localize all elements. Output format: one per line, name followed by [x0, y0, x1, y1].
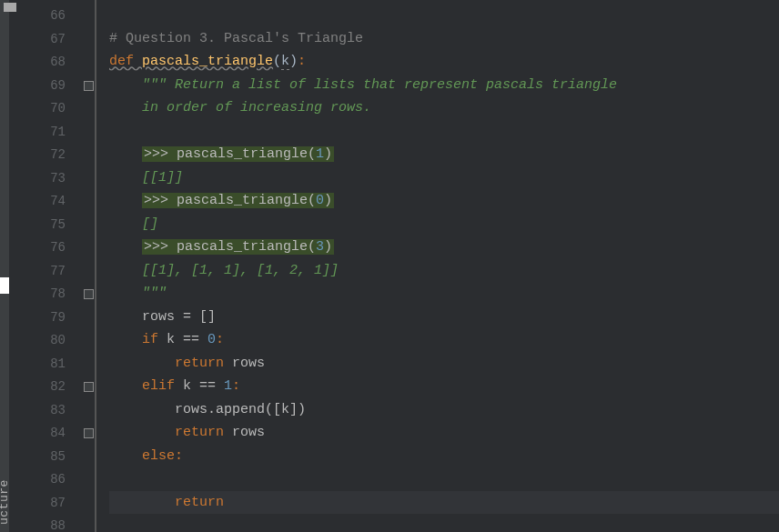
gutter-line-number[interactable]: 66	[24, 4, 82, 27]
code-line[interactable]: # Question 3. Pascal's Triangle	[109, 27, 779, 51]
fold-marker-icon[interactable]	[84, 81, 94, 91]
gutter-line-number[interactable]: 74	[24, 189, 82, 213]
code-editor[interactable]: 6667686970717273747576777879808182838485…	[24, 0, 779, 532]
gutter-line-number[interactable]: 86	[24, 467, 82, 491]
code-token: :	[232, 378, 240, 394]
gutter-line-number[interactable]: 69	[24, 74, 82, 97]
code-token: )	[324, 146, 332, 162]
gutter-line-number[interactable]: 79	[24, 306, 82, 329]
code-line[interactable]: >>> pascals_triangle(1)	[109, 143, 779, 166]
gutter-line-number[interactable]: 83	[24, 398, 82, 422]
doctest-highlight: >>> pascals_triangle(3)	[142, 239, 334, 255]
code-token: """ Return a list of lists that represen…	[142, 77, 617, 93]
gutter-line-number[interactable]: 80	[24, 328, 82, 352]
code-token: :	[175, 448, 183, 464]
tool-window-bar[interactable]	[0, 0, 9, 532]
gutter-line-number[interactable]: 68	[24, 50, 82, 74]
code-line[interactable]: """ Return a list of lists that represen…	[109, 74, 779, 97]
gutter-line-number[interactable]: 73	[24, 166, 82, 190]
gutter-line-number[interactable]: 78	[24, 282, 82, 306]
code-token: []	[142, 216, 158, 232]
code-token: 1	[224, 378, 232, 394]
code-line[interactable]: if k == 0:	[109, 328, 779, 352]
code-token: :	[298, 54, 306, 69]
code-line[interactable]	[109, 120, 779, 144]
code-token: rows	[232, 425, 265, 440]
code-token: [[1]]	[142, 170, 183, 186]
code-line[interactable]: []	[109, 213, 779, 236]
code-line[interactable]: else:	[109, 445, 779, 468]
fold-marker-icon[interactable]	[84, 382, 94, 392]
gutter-line-number[interactable]: 88	[24, 514, 82, 532]
code-token: >>> pascals_triangle(	[144, 193, 316, 208]
code-token: return	[175, 425, 232, 440]
doctest-highlight: >>> pascals_triangle(1)	[142, 146, 334, 162]
code-line[interactable]: [[1], [1, 1], [1, 2, 1]]	[109, 259, 779, 283]
code-token: k ==	[183, 378, 224, 394]
gutter-line-number[interactable]: 87	[24, 491, 82, 515]
fold-marker-icon[interactable]	[84, 428, 94, 438]
code-token: in order of increasing rows.	[142, 100, 371, 115]
code-line[interactable]: in order of increasing rows.	[109, 96, 779, 120]
gutter-line-number[interactable]: 82	[24, 375, 82, 398]
code-token: )	[324, 193, 332, 208]
code-token: :	[216, 332, 224, 347]
code-token: rows	[232, 356, 265, 371]
code-token: pascals_triangle	[142, 54, 273, 69]
code-area[interactable]: # Question 3. Pascal's Triangledef pasca…	[109, 0, 779, 532]
code-token: def	[109, 54, 142, 69]
gutter-line-number[interactable]: 81	[24, 352, 82, 376]
code-line[interactable]: return rows	[109, 352, 779, 376]
toolbar-icon[interactable]	[4, 3, 16, 12]
code-line[interactable]: elif k == 1:	[109, 375, 779, 398]
fold-guide-line	[95, 0, 96, 532]
gutter-line-number[interactable]: 70	[24, 96, 82, 120]
code-token: return	[175, 356, 232, 371]
code-token: [[1], [1, 1], [1, 2, 1]]	[142, 263, 339, 278]
code-token: """	[142, 286, 167, 301]
code-token: (	[273, 54, 281, 69]
code-token: elif	[142, 378, 183, 394]
code-line[interactable]: >>> pascals_triangle(3)	[109, 236, 779, 259]
code-line[interactable]: [[1]]	[109, 166, 779, 190]
gutter-line-number[interactable]: 85	[24, 445, 82, 468]
gutter-line-number[interactable]: 84	[24, 421, 82, 445]
code-token: >>> pascals_triangle(	[144, 146, 316, 162]
code-token: # Question 3. Pascal's Triangle	[109, 31, 363, 46]
code-line[interactable]: """	[109, 282, 779, 306]
code-token: else	[142, 448, 175, 464]
gutter-line-number[interactable]: 76	[24, 236, 82, 259]
fold-column[interactable]	[82, 0, 109, 532]
code-token: 3	[316, 239, 324, 255]
tool-window-tab[interactable]	[0, 277, 9, 294]
code-token: )	[289, 54, 298, 69]
code-token: >>> pascals_triangle(	[144, 239, 316, 255]
gutter-line-number[interactable]: 72	[24, 143, 82, 166]
code-line[interactable]: return	[109, 491, 779, 515]
gutter-line-number[interactable]: 67	[24, 27, 82, 51]
doctest-highlight: >>> pascals_triangle(0)	[142, 193, 334, 208]
code-line[interactable]: rows = []	[109, 306, 779, 329]
code-line[interactable]: return rows	[109, 421, 779, 445]
code-line[interactable]	[109, 4, 779, 27]
code-line[interactable]: >>> pascals_triangle(0)	[109, 189, 779, 213]
code-token: rows.append([k])	[175, 402, 306, 417]
code-line[interactable]	[109, 514, 779, 532]
code-line[interactable]: def pascals_triangle(k):	[109, 50, 779, 74]
gutter-line-number[interactable]: 71	[24, 120, 82, 144]
code-token: if	[142, 332, 167, 347]
code-token: k	[281, 54, 289, 70]
gutter-line-number[interactable]: 75	[24, 213, 82, 236]
code-token: 1	[316, 146, 324, 162]
fold-marker-icon[interactable]	[84, 289, 94, 299]
code-line[interactable]: rows.append([k])	[109, 398, 779, 422]
code-line[interactable]	[109, 467, 779, 491]
code-token: rows = []	[142, 309, 216, 325]
code-token: )	[324, 239, 332, 255]
code-token: k ==	[167, 332, 207, 347]
code-token: return	[175, 495, 224, 510]
code-token: 0	[316, 193, 324, 208]
gutter[interactable]: 6667686970717273747576777879808182838485…	[24, 0, 82, 532]
structure-tool-label[interactable]: ucture	[0, 479, 11, 525]
gutter-line-number[interactable]: 77	[24, 259, 82, 283]
